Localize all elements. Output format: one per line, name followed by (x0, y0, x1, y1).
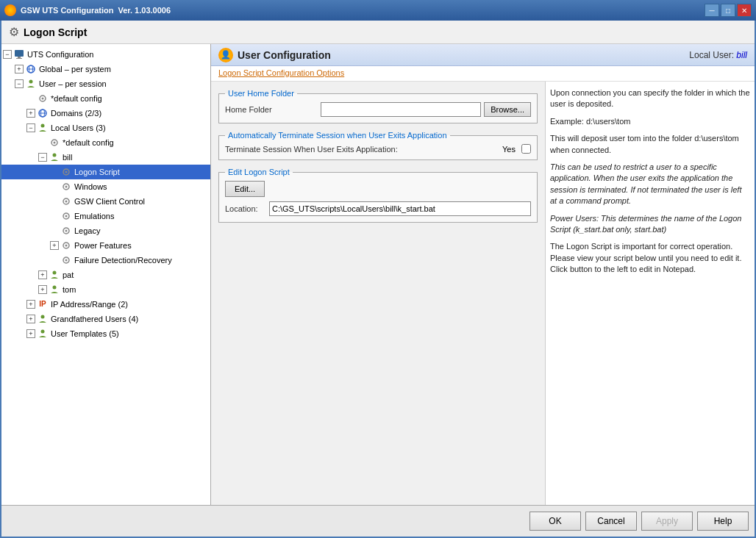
expand-global[interactable]: + (15, 65, 24, 73)
svg-rect-2 (16, 58, 22, 59)
svg-point-12 (41, 124, 45, 128)
tree-item-global[interactable]: +Global – per system (1, 62, 210, 76)
tree-item-uts-config[interactable]: −UTS Configuration (1, 47, 210, 62)
expand-domains[interactable]: + (26, 109, 35, 118)
restore-button[interactable]: □ (721, 4, 735, 17)
tree-icon-global (25, 63, 37, 75)
svg-point-25 (65, 230, 68, 232)
help-button[interactable]: Help (697, 512, 749, 531)
svg-point-31 (53, 286, 57, 290)
tree-item-legacy[interactable]: Legacy (1, 223, 210, 238)
tree-item-tom[interactable]: +tom (1, 282, 210, 297)
location-row: Location: (225, 201, 531, 216)
right-panel: 👤 User Configuration Local User: bill Lo… (211, 44, 755, 505)
tree-label-power-features: Power Features (74, 239, 132, 252)
expand-power-features[interactable]: + (50, 241, 59, 250)
help-para-1: Example: d:\users\tom (550, 116, 750, 127)
tree-item-local-users[interactable]: −Local Users (3) (1, 121, 210, 135)
app-icon (4, 4, 16, 16)
tree-item-default-config-2[interactable]: *default config (1, 135, 210, 150)
expand-user[interactable]: − (15, 79, 24, 88)
tree-icon-tom (49, 284, 60, 295)
title-bar: GSW UTS Configuration Ver. 1.03.0006 ─ □… (0, 0, 756, 21)
form-area: User Home Folder Home Folder Browse... A… (211, 82, 545, 505)
app-version: Ver. 1.03.0006 (118, 6, 171, 15)
tree-label-failure-detection: Failure Detection/Recovery (74, 254, 172, 267)
expand-local-users[interactable]: − (26, 123, 35, 132)
tree-item-bill[interactable]: −bill (1, 150, 210, 165)
svg-point-33 (41, 330, 45, 334)
browse-button[interactable]: Browse... (484, 102, 531, 117)
edit-logon-group: Edit Logon Script Edit... Location: (218, 168, 538, 223)
subtitle-link[interactable]: Logon Script Configuration Options (218, 68, 344, 77)
tree-item-power-features[interactable]: +Power Features (1, 238, 210, 253)
tree-label-grandfathered: Grandfathered Users (4) (51, 312, 138, 326)
tree-item-user-templates[interactable]: +User Templates (5) (1, 326, 210, 341)
tree-icon-domains (37, 107, 49, 119)
tree-label-windows: Windows (74, 180, 107, 193)
location-input[interactable] (269, 201, 531, 216)
help-para-4: Power Users: This determines the name of… (550, 213, 750, 236)
tree-label-emulations: Emulations (74, 209, 114, 223)
home-folder-label: Home Folder (225, 105, 321, 114)
expand-tom[interactable]: + (38, 285, 47, 294)
svg-rect-1 (18, 57, 21, 58)
svg-point-21 (65, 201, 68, 203)
terminate-checkbox[interactable] (521, 144, 531, 154)
expand-bill[interactable]: − (38, 153, 47, 162)
svg-point-19 (65, 186, 68, 188)
apply-button[interactable]: Apply (641, 512, 693, 531)
edit-button[interactable]: Edit... (225, 181, 265, 197)
tree-icon-user-templates (37, 328, 49, 340)
expand-ip-address[interactable]: + (26, 300, 35, 309)
expand-grandfathered[interactable]: + (26, 315, 35, 323)
tree-label-default-config-2: *default config (63, 136, 114, 149)
section-title: Logon Script (24, 26, 87, 38)
window-body: ⚙ Logon Script −UTS Configuration+Global… (0, 21, 756, 538)
tree-item-default-config-1[interactable]: *default config (1, 91, 210, 106)
content-area: −UTS Configuration+Global – per system−U… (1, 44, 755, 505)
local-user-name: bill (736, 50, 747, 60)
svg-point-6 (29, 80, 33, 84)
tree-icon-windows (60, 181, 72, 193)
tree-label-default-config-1: *default config (51, 92, 102, 105)
section-header: ⚙ Logon Script (1, 21, 755, 44)
help-para-0: Upon connection you can specify the fold… (550, 87, 750, 110)
svg-point-15 (53, 154, 57, 157)
tree-icon-user (25, 78, 37, 90)
expand-user-templates[interactable]: + (26, 329, 35, 338)
ok-button[interactable]: OK (529, 512, 581, 531)
home-folder-input[interactable] (321, 102, 481, 117)
tree-icon-local-users (37, 122, 49, 134)
home-folder-row: Home Folder Browse... (225, 102, 531, 117)
tree-item-domains[interactable]: +Domains (2/3) (1, 106, 210, 121)
svg-point-17 (65, 171, 68, 173)
tree-item-emulations[interactable]: Emulations (1, 209, 210, 223)
location-label: Location: (225, 204, 269, 213)
tree-icon-bill (49, 151, 60, 163)
tree-label-pat: pat (63, 268, 74, 281)
cancel-button[interactable]: Cancel (585, 512, 637, 531)
user-config-title: User Configuration (238, 49, 331, 61)
tree-item-pat[interactable]: +pat (1, 268, 210, 282)
terminate-label: Terminate Session When User Exits Applic… (225, 145, 502, 154)
tree-item-logon-script[interactable]: Logon Script (1, 165, 210, 179)
tree-label-user: User – per session (39, 77, 107, 90)
expand-pat[interactable]: + (38, 270, 47, 279)
tree-icon-legacy (60, 225, 72, 237)
tree-item-user[interactable]: −User – per session (1, 76, 210, 91)
local-user-label: Local User: (689, 50, 734, 60)
expand-uts-config[interactable]: − (3, 50, 12, 59)
minimize-button[interactable]: ─ (705, 4, 719, 17)
help-para-2: This will deposit user tom into the fold… (550, 133, 750, 156)
tree-item-failure-detection[interactable]: Failure Detection/Recovery (1, 253, 210, 268)
svg-point-14 (54, 142, 56, 144)
tree-icon-grandfathered (37, 313, 49, 325)
tree-item-grandfathered[interactable]: +Grandfathered Users (4) (1, 312, 210, 326)
tree-label-logon-script: Logon Script (74, 165, 120, 179)
close-button[interactable]: ✕ (737, 4, 752, 17)
tree-item-gsw-client[interactable]: GSW Client Control (1, 194, 210, 209)
tree-item-windows[interactable]: Windows (1, 179, 210, 194)
panel-header: 👤 User Configuration Local User: bill (211, 44, 755, 66)
tree-item-ip-address[interactable]: +IPIP Address/Range (2) (1, 297, 210, 312)
